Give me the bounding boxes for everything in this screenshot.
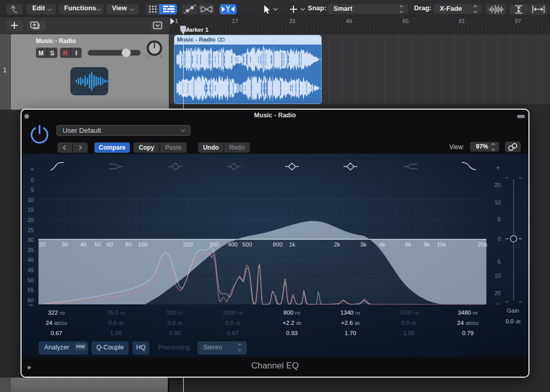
svg-text:20k: 20k [478, 241, 487, 247]
svg-text:30: 30 [62, 241, 68, 247]
svg-text:25: 25 [28, 227, 34, 233]
svg-text:45: 45 [28, 267, 34, 273]
svg-text:20: 20 [495, 290, 501, 296]
svg-text:20: 20 [495, 182, 501, 188]
svg-text:40: 40 [28, 257, 34, 263]
svg-text:20: 20 [28, 217, 34, 223]
svg-text:100 Hz: 100 Hz [167, 310, 184, 316]
svg-text:2000 Hz: 2000 Hz [223, 310, 243, 316]
svg-text:4k: 4k [379, 241, 385, 247]
svg-text:L: L [147, 54, 149, 59]
svg-text:−: − [496, 300, 500, 307]
svg-text:800 Hz: 800 Hz [284, 310, 301, 316]
svg-text:Gain: Gain [507, 307, 519, 314]
svg-text:0.67: 0.67 [227, 330, 239, 336]
svg-text:5: 5 [498, 259, 501, 265]
svg-text:0.60: 0.60 [169, 330, 181, 336]
svg-text:10k: 10k [437, 241, 446, 247]
svg-text:75.0 Hz: 75.0 Hz [107, 310, 125, 316]
svg-text:10: 10 [28, 197, 34, 203]
svg-text:S: S [50, 50, 54, 57]
svg-text:R: R [63, 50, 68, 57]
svg-text:24 dB/Oct: 24 dB/Oct [46, 320, 68, 326]
svg-text:0.67: 0.67 [51, 330, 62, 336]
svg-text:50: 50 [28, 277, 34, 283]
svg-text:322 Hz: 322 Hz [48, 310, 65, 316]
svg-text:+: + [30, 166, 34, 173]
svg-text:0.0 dB: 0.0 dB [167, 320, 183, 326]
svg-text:+2.6 dB: +2.6 dB [341, 320, 360, 326]
svg-text:100: 100 [138, 241, 148, 247]
svg-text:40: 40 [80, 241, 87, 247]
svg-text:+: + [496, 164, 500, 172]
svg-text:1k: 1k [289, 241, 295, 247]
svg-text:10: 10 [495, 199, 501, 205]
svg-text:0.79: 0.79 [462, 330, 474, 336]
svg-text:3k: 3k [360, 241, 366, 247]
svg-text:10: 10 [495, 273, 501, 279]
svg-text:1.00: 1.00 [403, 330, 415, 336]
svg-text:50: 50 [94, 241, 101, 247]
svg-text:20: 20 [39, 241, 46, 247]
svg-text:R: R [160, 54, 163, 59]
svg-text:400: 400 [228, 241, 238, 247]
svg-text:0: 0 [31, 177, 34, 183]
svg-text:300: 300 [209, 241, 219, 247]
svg-text:0.93: 0.93 [286, 330, 298, 336]
svg-text:35: 35 [28, 247, 34, 253]
svg-text:500: 500 [242, 241, 252, 247]
svg-text:200: 200 [183, 241, 192, 247]
svg-text:0.0 dB: 0.0 dB [225, 320, 241, 326]
svg-text:5: 5 [498, 216, 501, 222]
svg-text:0.0 dB: 0.0 dB [108, 320, 124, 326]
svg-text:60: 60 [106, 241, 113, 247]
svg-text:60: 60 [28, 297, 34, 303]
svg-text:1.70: 1.70 [345, 330, 356, 336]
svg-text:80: 80 [125, 241, 132, 247]
svg-text:15: 15 [28, 207, 34, 213]
svg-text:1340 Hz: 1340 Hz [340, 310, 360, 316]
svg-text:M: M [38, 50, 44, 57]
svg-text:30: 30 [28, 237, 34, 243]
svg-text:24 dB/Oct: 24 dB/Oct [457, 320, 479, 326]
svg-text:3480 Hz: 3480 Hz [458, 310, 478, 316]
svg-text:8k: 8k [424, 241, 430, 247]
svg-text:0.0 dB: 0.0 dB [505, 318, 521, 324]
svg-text:2k: 2k [334, 241, 340, 247]
svg-text:5: 5 [31, 187, 34, 193]
svg-text:0.0 dB: 0.0 dB [401, 320, 417, 326]
svg-text:+2.2 dB: +2.2 dB [283, 320, 302, 326]
svg-text:800: 800 [273, 241, 283, 247]
svg-text:I: I [75, 50, 77, 57]
svg-text:1.00: 1.00 [110, 330, 122, 336]
svg-text:0: 0 [498, 236, 501, 242]
svg-text:7500 Hz: 7500 Hz [399, 310, 419, 316]
svg-text:55: 55 [28, 287, 34, 293]
svg-text:6k: 6k [405, 241, 411, 247]
